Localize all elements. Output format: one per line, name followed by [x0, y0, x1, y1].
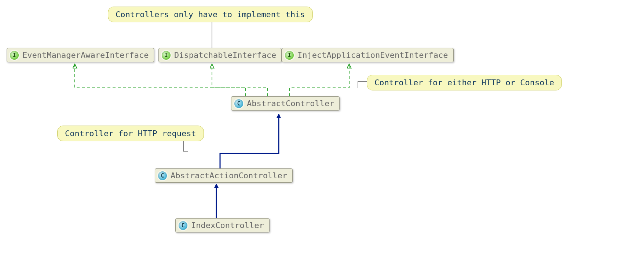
interface-dispatchable: I DispatchableInterface: [158, 48, 282, 62]
interface-icon: I: [285, 51, 294, 60]
interface-icon: I: [10, 51, 19, 60]
class-index-controller: C IndexController: [175, 218, 270, 232]
class-icon: C: [179, 221, 187, 230]
interface-label: InjectApplicationEventInterface: [297, 51, 448, 60]
interface-icon: I: [162, 51, 171, 60]
class-label: AbstractActionController: [171, 171, 287, 180]
class-label: AbstractController: [247, 99, 334, 108]
class-icon: C: [158, 171, 167, 180]
note-implement-this: Controllers only have to implement this: [108, 7, 313, 22]
class-abstract-controller: C AbstractController: [231, 96, 340, 111]
interface-label: DispatchableInterface: [174, 51, 276, 60]
interface-event-manager-aware: I EventManagerAwareInterface: [7, 48, 154, 62]
interface-label: EventManagerAwareInterface: [22, 51, 149, 60]
class-label: IndexController: [191, 221, 264, 230]
interface-inject-application-event: I InjectApplicationEventInterface: [282, 48, 454, 62]
class-abstract-action-controller: C AbstractActionController: [155, 168, 293, 183]
note-http-request: Controller for HTTP request: [57, 126, 204, 141]
note-text: Controller for either HTTP or Console: [374, 78, 554, 87]
note-http-or-console: Controller for either HTTP or Console: [367, 75, 562, 90]
note-text: Controller for HTTP request: [65, 129, 196, 138]
note-text: Controllers only have to implement this: [116, 10, 305, 19]
class-icon: C: [234, 99, 243, 108]
